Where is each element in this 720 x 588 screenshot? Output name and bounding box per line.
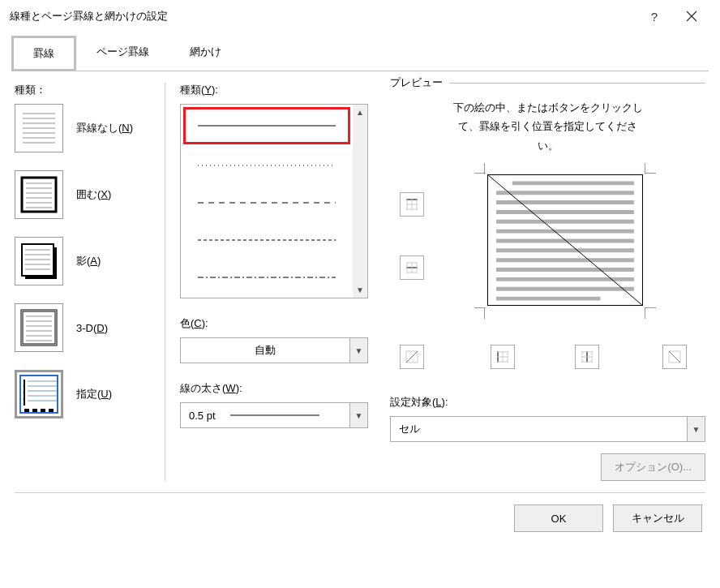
setting-none-icon (15, 104, 63, 152)
svg-rect-37 (24, 409, 29, 414)
preview-hint: 下の絵の中、またはボタンをクリックし て、罫線を引く位置を指定してくださ い。 (390, 98, 705, 155)
setting-none[interactable]: 罫線なし(N) (15, 104, 156, 152)
setting-type-label: 種類： (15, 83, 156, 97)
line-style-list[interactable]: ▲▼ (180, 104, 368, 298)
svg-line-88 (669, 351, 680, 363)
line-style-dotted[interactable] (181, 147, 353, 184)
line-style-solid[interactable] (183, 107, 350, 144)
setting-box[interactable]: 囲む(X) (15, 170, 156, 219)
tab-strip: 罫線 ページ罫線 網かけ (0, 32, 720, 71)
line-style-dash-wide[interactable] (181, 184, 353, 221)
setting-custom[interactable]: 指定(U) (15, 370, 156, 418)
chevron-down-icon[interactable]: ▼ (687, 417, 705, 441)
svg-line-74 (406, 351, 418, 363)
setting-shadow-icon (15, 237, 63, 285)
svg-rect-39 (41, 409, 45, 414)
cancel-button[interactable]: キャンセル (613, 504, 702, 532)
setting-3d-label: 3-D(D) (76, 322, 108, 334)
setting-custom-icon (15, 370, 63, 418)
preview-vmiddle-border-button[interactable] (575, 345, 599, 369)
color-combo[interactable]: 自動 ▼ (180, 337, 368, 363)
preview-sample[interactable] (487, 174, 643, 306)
setting-3d[interactable]: 3-D(D) (15, 303, 156, 352)
preview-diag-down-button[interactable] (662, 345, 687, 369)
scroll-down-icon[interactable]: ▼ (356, 285, 364, 294)
style-scrollbar[interactable]: ▲▼ (353, 105, 367, 298)
tab-shading[interactable]: 網かけ (169, 36, 242, 71)
svg-rect-38 (32, 409, 37, 414)
preview-legend: プレビュー (390, 75, 449, 90)
close-button[interactable] (673, 3, 710, 29)
setting-3d-icon (15, 303, 63, 352)
apply-to-combo[interactable]: セル ▼ (390, 416, 705, 442)
chevron-down-icon[interactable]: ▼ (349, 403, 367, 427)
preview-section: プレビュー 下の絵の中、またはボタンをクリックし て、罫線を引く位置を指定してく… (375, 83, 705, 481)
setting-box-icon (15, 170, 63, 219)
scroll-up-icon[interactable]: ▲ (356, 108, 364, 117)
dialog-title: 線種とページ罫線と網かけの設定 (10, 9, 636, 24)
line-style-dash[interactable] (181, 221, 353, 259)
setting-box-label: 囲む(X) (76, 187, 111, 202)
tab-borders[interactable]: 罫線 (11, 36, 76, 71)
svg-rect-40 (49, 409, 54, 414)
line-style-dashdot[interactable] (181, 259, 353, 296)
setting-none-label: 罫線なし(N) (76, 121, 133, 135)
width-value: 0.5 pt (181, 410, 349, 422)
preview-diag-up-button[interactable] (400, 345, 424, 369)
setting-shadow[interactable]: 影(A) (15, 237, 156, 285)
color-label: 色(C): (180, 316, 367, 331)
options-button: オプション(O)... (601, 453, 705, 481)
apply-to-value: セル (391, 422, 687, 436)
setting-custom-label: 指定(U) (76, 387, 112, 401)
apply-to-label: 設定対象(L): (390, 395, 705, 410)
style-label: 種類(Y): (180, 83, 367, 97)
preview-left-border-button[interactable] (491, 345, 515, 369)
chevron-down-icon[interactable]: ▼ (349, 338, 367, 363)
title-bar: 線種とページ罫線と網かけの設定 ? (0, 0, 720, 32)
width-label: 線の太さ(W): (180, 381, 367, 396)
setting-type-section: 種類： 罫線なし(N) 囲む(X) 影(A) (15, 83, 156, 481)
line-style-section: 種類(Y): ▲▼ 色(C): 自動 ▼ 線の太さ(W): 0.5 pt ▼ (165, 83, 367, 481)
ok-button[interactable]: OK (514, 504, 603, 532)
preview-hmiddle-border-button[interactable] (400, 255, 424, 280)
dialog-button-row: OK キャンセル (0, 493, 720, 543)
help-button[interactable]: ? (636, 3, 673, 29)
width-combo[interactable]: 0.5 pt ▼ (180, 402, 368, 428)
preview-top-border-button[interactable] (400, 192, 424, 217)
setting-shadow-label: 影(A) (76, 254, 101, 268)
color-value: 自動 (181, 343, 349, 358)
tab-page-borders[interactable]: ページ罫線 (76, 36, 169, 71)
